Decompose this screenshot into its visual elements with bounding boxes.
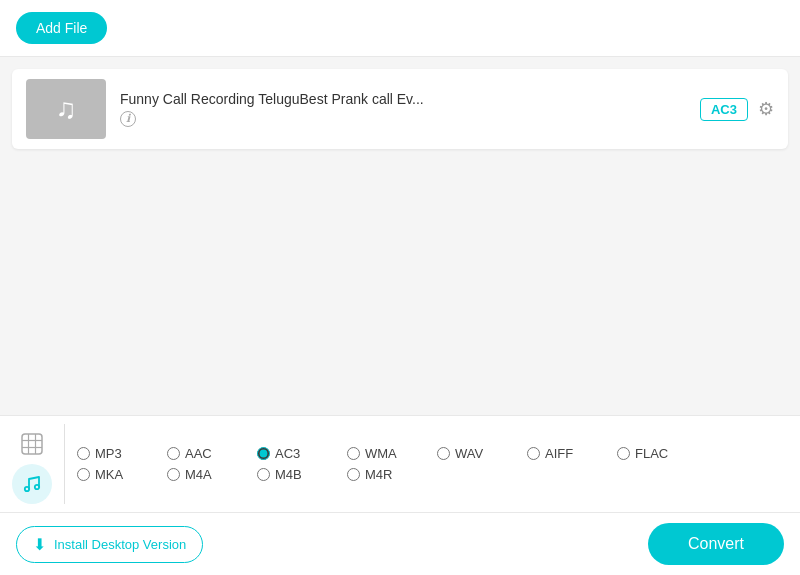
mka-option[interactable]: MKA [77,467,147,482]
m4a-radio[interactable] [167,468,180,481]
download-icon: ⬇ [33,535,46,554]
format-row-1: MP3 AAC AC3 WMA WAV AIFF F [77,446,788,461]
wma-option[interactable]: WMA [347,446,417,461]
bottom-panel: MP3 AAC AC3 WMA WAV AIFF F [0,415,800,575]
file-name: Funny Call Recording TeluguBest Prank ca… [120,91,686,107]
file-info: Funny Call Recording TeluguBest Prank ca… [120,91,686,127]
info-icon[interactable]: ℹ [120,111,136,127]
flac-option[interactable]: FLAC [617,446,687,461]
flac-radio[interactable] [617,447,630,460]
footer-bar: ⬇ Install Desktop Version Convert [0,513,800,575]
file-thumbnail: ♫ [26,79,106,139]
format-row-2: MKA M4A M4B M4R [77,467,788,482]
file-item: ♫ Funny Call Recording TeluguBest Prank … [12,69,788,149]
convert-button[interactable]: Convert [648,523,784,565]
aac-radio[interactable] [167,447,180,460]
m4b-option[interactable]: M4B [257,467,327,482]
m4b-radio[interactable] [257,468,270,481]
ac3-radio[interactable] [257,447,270,460]
format-options: MP3 AAC AC3 WMA WAV AIFF F [77,446,788,482]
m4r-radio[interactable] [347,468,360,481]
mp3-option[interactable]: MP3 [77,446,147,461]
format-selector: MP3 AAC AC3 WMA WAV AIFF F [0,416,800,513]
add-file-button[interactable]: Add File [16,12,107,44]
format-type-tabs [12,424,65,504]
m4r-option[interactable]: M4R [347,467,417,482]
mp3-radio[interactable] [77,447,90,460]
file-actions: AC3 ⚙ [700,98,774,121]
aac-option[interactable]: AAC [167,446,237,461]
settings-icon[interactable]: ⚙ [758,98,774,120]
wav-radio[interactable] [437,447,450,460]
ac3-option[interactable]: AC3 [257,446,327,461]
wav-option[interactable]: WAV [437,446,507,461]
install-label: Install Desktop Version [54,537,186,552]
file-list: ♫ Funny Call Recording TeluguBest Prank … [0,57,800,415]
format-badge[interactable]: AC3 [700,98,748,121]
wma-radio[interactable] [347,447,360,460]
mka-radio[interactable] [77,468,90,481]
svg-point-6 [35,485,39,489]
aiff-radio[interactable] [527,447,540,460]
install-desktop-button[interactable]: ⬇ Install Desktop Version [16,526,203,563]
music-note-icon: ♫ [56,93,77,125]
toolbar: Add File [0,0,800,57]
svg-rect-0 [22,434,42,454]
video-tab-button[interactable] [12,424,52,464]
m4a-option[interactable]: M4A [167,467,237,482]
audio-tab-button[interactable] [12,464,52,504]
svg-point-5 [25,487,29,491]
aiff-option[interactable]: AIFF [527,446,597,461]
